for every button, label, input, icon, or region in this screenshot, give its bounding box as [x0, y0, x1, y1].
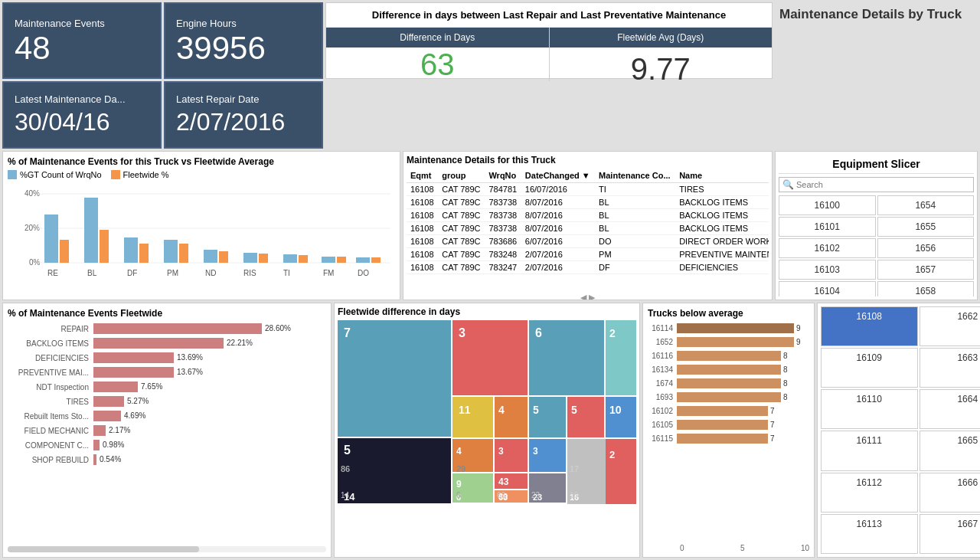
kpi-engine-hours-value: 39956 — [176, 32, 311, 64]
axis-0: 0 — [680, 544, 684, 552]
treemap-title: Fleetwide difference in days — [338, 306, 636, 317]
diff-col2-header: Fleetwide Avg (Days) — [550, 28, 773, 47]
svg-text:DO: DO — [358, 269, 369, 277]
svg-rect-12 — [164, 240, 178, 263]
svg-rect-51 — [606, 397, 636, 437]
fleet-bar-row: TIRES5.27% — [8, 396, 326, 407]
slicer-btn[interactable]: 1655 — [877, 217, 975, 237]
svg-text:20%: 20% — [24, 224, 40, 232]
kpi-engine-hours-label: Engine Hours — [176, 18, 311, 29]
slicer-btn[interactable]: 16104 — [779, 281, 876, 296]
svg-rect-10 — [124, 237, 138, 263]
fleet-bar-row: DEFICIENCIES13.69% — [8, 352, 326, 363]
slicer-btn[interactable]: 16101 — [779, 217, 876, 237]
slicer-btn[interactable]: 1665 — [920, 431, 981, 470]
trucks-bar-row: 16529 — [648, 337, 809, 347]
fleet-bar — [93, 454, 96, 465]
fleet-bar-row: NDT Inspection7.65% — [8, 382, 326, 392]
svg-rect-20 — [322, 257, 335, 263]
col-name: Name — [675, 169, 769, 183]
trucks-below-panel: Trucks below average 1611491652916116816… — [642, 303, 815, 558]
svg-text:3: 3 — [498, 446, 504, 457]
slicer-btn[interactable]: 16108 — [821, 306, 918, 346]
svg-rect-9 — [100, 230, 109, 263]
col-maint-code: Maintenance Co... — [595, 169, 675, 183]
svg-rect-22 — [356, 257, 370, 263]
slicer-btn[interactable]: 16100 — [779, 195, 876, 215]
svg-text:PM: PM — [167, 269, 178, 277]
slicer-btn[interactable]: 16109 — [821, 348, 918, 388]
svg-rect-47 — [529, 397, 566, 437]
fleet-bar — [93, 338, 224, 349]
table-row: 16108CAT 789C7832482/07/2016PMPREVENTIVE… — [407, 248, 769, 261]
svg-rect-16 — [243, 253, 257, 263]
slicer-btn[interactable]: 1663 — [920, 348, 981, 388]
equipment-slicer: Equipment Slicer 🔍 161001654161011655161… — [775, 151, 978, 300]
svg-text:3: 3 — [533, 446, 538, 457]
fleet-bar — [93, 425, 106, 436]
slicer-btn[interactable]: 16102 — [779, 238, 876, 258]
table-row: 16108CAT 789C7837388/07/2016BLBACKLOG IT… — [407, 209, 769, 222]
svg-text:11: 11 — [459, 404, 471, 416]
trucks-bar-row: 16748 — [648, 378, 809, 388]
slicer-btn[interactable]: 16103 — [779, 260, 876, 280]
fleet-pct-panel: % of Maintenance Events Fleetwide REPAIR… — [2, 303, 332, 558]
svg-rect-45 — [495, 397, 528, 437]
svg-text:5: 5 — [533, 404, 539, 416]
svg-text:29: 29 — [456, 464, 466, 473]
svg-text:43: 43 — [498, 476, 509, 487]
slicer-btn[interactable]: 16112 — [821, 473, 918, 513]
bar-chart-svg: 40% 20% 0% — [8, 182, 390, 290]
kpi-latest-maint: Latest Maintenance Da... 30/04/16 — [2, 81, 162, 149]
kpi-latest-repair: Latest Repair Date 2/07/2016 — [164, 81, 323, 149]
slicer-btn[interactable]: 1666 — [920, 473, 981, 513]
slicer-btn[interactable]: 16113 — [821, 514, 918, 554]
fleet-bar-row: Rebuilt Items Sto...4.69% — [8, 411, 326, 421]
table-row: 16108CAT 789C78478116/07/2016TITIRESREPL… — [407, 183, 769, 196]
slicer-btn[interactable]: 1658 — [877, 281, 975, 296]
diff-card: Difference in days between Last Repair a… — [325, 2, 773, 79]
svg-text:2: 2 — [609, 449, 615, 460]
svg-rect-18 — [283, 254, 297, 263]
svg-text:17: 17 — [570, 464, 579, 473]
table-row: 16108CAT 789C7837388/07/2016BLBACKLOG IT… — [407, 196, 769, 209]
svg-text:FM: FM — [323, 269, 334, 277]
slicer-btn[interactable]: 1656 — [877, 238, 975, 258]
slicer-btn[interactable]: 16110 — [821, 389, 918, 429]
svg-text:10: 10 — [609, 404, 622, 416]
slicer-btn[interactable]: 1667 — [920, 514, 981, 554]
slicer-search-input[interactable] — [779, 177, 974, 192]
fleet-bar-row: PREVENTIVE MAI...13.67% — [8, 367, 326, 378]
svg-text:86: 86 — [341, 464, 350, 473]
fleet-bar — [93, 382, 138, 392]
svg-text:RE: RE — [47, 269, 58, 277]
svg-text:TI: TI — [283, 269, 290, 277]
slicer-btn[interactable]: 1654 — [877, 195, 975, 215]
fleet-bar-row: REPAIR28.60% — [8, 323, 326, 334]
diff-val1: 63 — [420, 47, 455, 82]
kpi-latest-maint-value: 30/04/16 — [15, 108, 149, 136]
slicer-btn[interactable]: 1657 — [877, 260, 975, 280]
trucks-bar-row: 161168 — [648, 351, 809, 361]
table-row: 16108CAT 789C7837388/07/2016BLBACKLOG IT… — [407, 222, 769, 235]
svg-rect-8 — [84, 198, 98, 263]
slicer-btn[interactable]: 1664 — [920, 389, 981, 429]
fleet-bar — [93, 411, 121, 421]
svg-text:BL: BL — [87, 269, 97, 277]
svg-rect-21 — [337, 257, 346, 263]
trucks-bar — [677, 392, 781, 402]
fleet-bar — [93, 440, 100, 450]
slicer-grid: 1610016541610116551610216561610316571610… — [779, 195, 974, 296]
slicer-btn[interactable]: 16111 — [821, 431, 918, 470]
slicer-btn[interactable]: 1662 — [920, 306, 981, 346]
fleet-bar-row: BACKLOG ITEMS22.21% — [8, 338, 326, 349]
fleet-bar-row: SHOP REBUILD0.54% — [8, 454, 326, 465]
maint-table-title: Maintenance Details for this Truck — [407, 155, 769, 165]
svg-rect-13 — [179, 244, 188, 263]
col-datechanged[interactable]: DateChanged ▼ — [521, 169, 595, 183]
svg-rect-17 — [259, 254, 268, 263]
svg-text:23: 23 — [531, 491, 541, 499]
svg-text:4: 4 — [498, 404, 505, 416]
trucks-bar-row: 161348 — [648, 365, 809, 375]
trucks-bar — [677, 378, 781, 388]
